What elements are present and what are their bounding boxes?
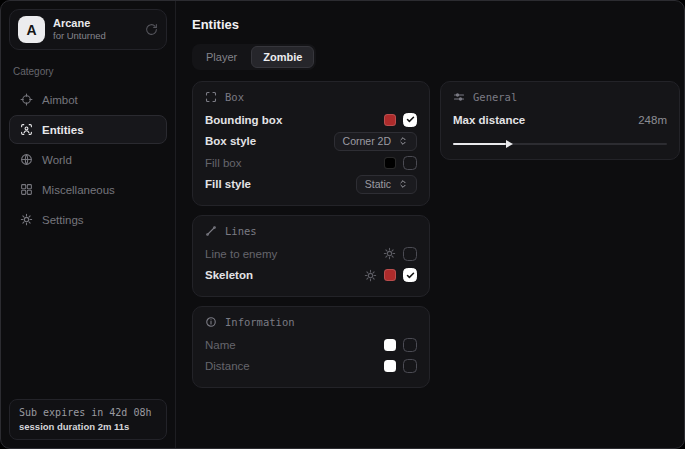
- content-columns: Box Bounding box Box style Corner 2D: [192, 81, 680, 388]
- page-title: Entities: [192, 17, 680, 32]
- row-label: Line to enemy: [205, 248, 277, 260]
- sidebar-spacer: [9, 235, 167, 399]
- row-label: Box style: [205, 135, 256, 147]
- section-title: Information: [225, 316, 295, 328]
- tab-zombie[interactable]: Zombie: [251, 46, 314, 68]
- checkbox[interactable]: [403, 268, 417, 282]
- row-bounding-box: Bounding box: [205, 109, 417, 131]
- globe-icon: [20, 153, 33, 166]
- color-swatch[interactable]: [384, 157, 396, 169]
- logo-letter: A: [26, 22, 36, 38]
- row-label: Name: [205, 339, 236, 351]
- checkbox[interactable]: [403, 338, 417, 352]
- sidebar-item-label: World: [42, 154, 72, 166]
- max-distance-slider[interactable]: [453, 140, 667, 149]
- app-logo: A: [18, 16, 45, 43]
- crosshair-icon: [20, 93, 33, 106]
- information-card-header: Information: [205, 316, 417, 328]
- row-label: Max distance: [453, 114, 525, 126]
- row-settings-gear-icon[interactable]: [364, 269, 377, 282]
- sidebar-item-label: Entities: [42, 124, 84, 136]
- dropdown-value: Static: [365, 178, 391, 190]
- row-name: Name: [205, 334, 417, 356]
- tab-bar: Player Zombie: [192, 44, 316, 70]
- sidebar-item-label: Aimbot: [42, 94, 78, 106]
- slider-thumb[interactable]: [506, 140, 513, 148]
- row-line-to-enemy: Line to enemy: [205, 243, 417, 265]
- checkbox[interactable]: [403, 247, 417, 261]
- box-corners-icon: [205, 91, 217, 103]
- session-duration-text: session duration 2m 11s: [19, 421, 157, 432]
- box-style-dropdown[interactable]: Corner 2D: [334, 132, 417, 151]
- row-settings-gear-icon[interactable]: [383, 247, 396, 260]
- box-card-header: Box: [205, 91, 417, 103]
- max-distance-value: 248m: [638, 114, 667, 126]
- row-box-style: Box style Corner 2D: [205, 131, 417, 153]
- sidebar: A Arcane for Unturned Category Aimbot En…: [1, 1, 176, 448]
- row-max-distance: Max distance 248m: [453, 109, 667, 131]
- sidebar-item-aimbot[interactable]: Aimbot: [9, 85, 167, 114]
- app-title-block: Arcane for Unturned: [53, 17, 137, 43]
- color-swatch[interactable]: [384, 360, 396, 372]
- general-card-header: General: [453, 91, 667, 103]
- main-content: Entities Player Zombie Box Bounding box: [176, 1, 685, 448]
- sync-icon[interactable]: [145, 23, 158, 36]
- sliders-icon: [453, 91, 465, 103]
- right-column: General Max distance 248m: [440, 81, 680, 160]
- lines-card: Lines Line to enemy Skeleton: [192, 215, 430, 297]
- color-swatch[interactable]: [384, 339, 396, 351]
- row-label: Fill box: [205, 157, 241, 169]
- sidebar-item-entities[interactable]: Entities: [9, 115, 167, 144]
- tab-player[interactable]: Player: [194, 46, 249, 68]
- color-swatch[interactable]: [384, 114, 396, 126]
- row-fill-box: Fill box: [205, 152, 417, 174]
- row-label: Skeleton: [205, 269, 253, 281]
- checkbox[interactable]: [403, 113, 417, 127]
- row-distance: Distance: [205, 356, 417, 378]
- sidebar-item-label: Miscellaneous: [42, 184, 115, 196]
- section-title: General: [473, 91, 517, 103]
- sidebar-item-label: Settings: [42, 214, 84, 226]
- row-label: Bounding box: [205, 114, 282, 126]
- row-fill-style: Fill style Static: [205, 174, 417, 196]
- general-card: General Max distance 248m: [440, 81, 680, 160]
- chevron-up-down-icon: [398, 179, 408, 189]
- sidebar-item-world[interactable]: World: [9, 145, 167, 174]
- fill-style-dropdown[interactable]: Static: [356, 175, 417, 194]
- checkbox[interactable]: [403, 156, 417, 170]
- person-scan-icon: [20, 123, 33, 136]
- sidebar-item-settings[interactable]: Settings: [9, 205, 167, 234]
- sub-expiry-text: Sub expires in 42d 08h: [19, 407, 157, 418]
- category-label: Category: [13, 66, 163, 77]
- app-window: A Arcane for Unturned Category Aimbot En…: [0, 0, 685, 449]
- app-name: Arcane: [53, 17, 137, 31]
- left-column: Box Bounding box Box style Corner 2D: [192, 81, 430, 388]
- diagonal-line-icon: [205, 225, 217, 237]
- information-card: Information Name Distance: [192, 306, 430, 388]
- sidebar-item-miscellaneous[interactable]: Miscellaneous: [9, 175, 167, 204]
- app-subtitle: for Unturned: [53, 30, 137, 42]
- max-distance-slider-fill: [453, 143, 506, 146]
- lines-card-header: Lines: [205, 225, 417, 237]
- grid-icon: [20, 183, 33, 196]
- subscription-card: Sub expires in 42d 08h session duration …: [9, 399, 167, 440]
- box-card: Box Bounding box Box style Corner 2D: [192, 81, 430, 206]
- checkbox[interactable]: [403, 359, 417, 373]
- row-label: Distance: [205, 360, 250, 372]
- row-skeleton: Skeleton: [205, 265, 417, 287]
- chevron-up-down-icon: [398, 136, 408, 146]
- row-label: Fill style: [205, 178, 251, 190]
- app-logo-card: A Arcane for Unturned: [9, 9, 167, 50]
- info-icon: [205, 316, 217, 328]
- dropdown-value: Corner 2D: [343, 135, 391, 147]
- gear-icon: [20, 213, 33, 226]
- section-title: Lines: [225, 225, 257, 237]
- color-swatch[interactable]: [384, 269, 396, 281]
- section-title: Box: [225, 91, 244, 103]
